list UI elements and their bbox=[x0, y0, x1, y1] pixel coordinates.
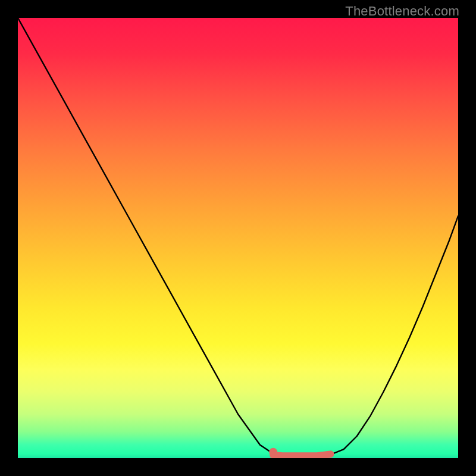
chart-container: TheBottleneck.com bbox=[0, 0, 476, 476]
plot-area bbox=[18, 18, 458, 458]
watermark-text: TheBottleneck.com bbox=[345, 4, 459, 19]
